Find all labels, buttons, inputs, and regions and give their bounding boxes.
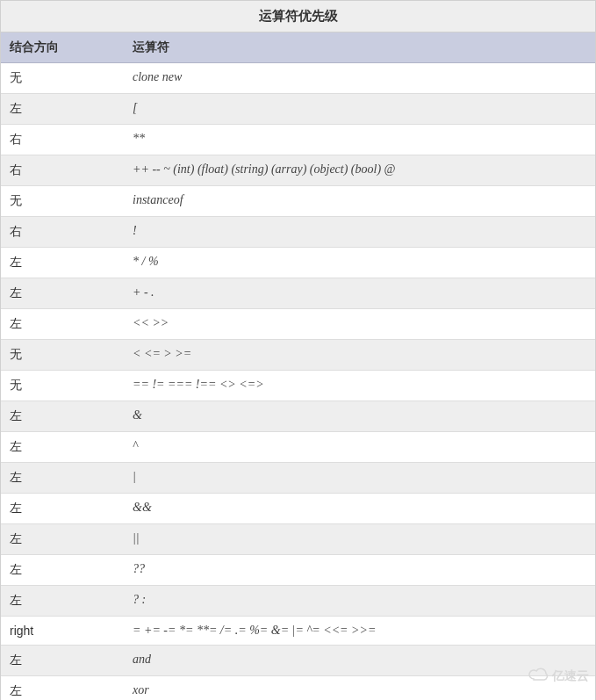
cell-operators: &	[124, 401, 595, 431]
cell-operators: **	[124, 125, 595, 155]
cell-operators: clone new	[124, 63, 595, 93]
operator-precedence-table: 运算符优先级 结合方向 运算符 无clone new左[右**右++ -- ~ …	[0, 0, 596, 700]
header-operators: 运算符	[124, 32, 595, 62]
cell-operators: &&	[124, 494, 595, 523]
cell-associativity: 左	[1, 432, 124, 462]
cell-operators: [	[124, 94, 595, 124]
table-header-row: 结合方向 运算符	[1, 32, 595, 63]
cell-operators: ++ -- ~ (int) (float) (string) (array) (…	[124, 155, 595, 185]
table-row: 左and	[1, 646, 595, 676]
table-row: 左??	[1, 555, 595, 586]
cell-operators: + - .	[124, 278, 595, 308]
cell-associativity: 无	[1, 371, 124, 401]
table-row: 左[	[1, 94, 595, 125]
cell-associativity: 左	[1, 248, 124, 278]
table-row: 右!	[1, 217, 595, 248]
cell-operators: ? :	[124, 586, 595, 616]
table-row: 右++ -- ~ (int) (float) (string) (array) …	[1, 155, 595, 186]
table-row: 左xor	[1, 676, 595, 700]
cell-operators: xor	[124, 676, 595, 700]
table-row: 无instanceof	[1, 186, 595, 217]
table-row: 左* / %	[1, 248, 595, 278]
cell-associativity: 左	[1, 278, 124, 308]
cell-associativity: 左	[1, 401, 124, 431]
table-row: 无== != === !== <> <=>	[1, 371, 595, 401]
table-row: 右**	[1, 125, 595, 155]
table-row: 左? :	[1, 586, 595, 617]
table-row: 左+ - .	[1, 278, 595, 309]
cell-associativity: 左	[1, 586, 124, 616]
cell-associativity: 左	[1, 463, 124, 493]
table-row: 左||	[1, 524, 595, 555]
cell-associativity: 无	[1, 63, 124, 93]
table-row: 无clone new	[1, 63, 595, 94]
cell-associativity: 左	[1, 676, 124, 700]
cell-operators: == != === !== <> <=>	[124, 371, 595, 401]
cell-operators: < <= > >=	[124, 340, 595, 370]
table-title: 运算符优先级	[1, 1, 595, 32]
cell-associativity: 左	[1, 555, 124, 585]
cell-associativity: 左	[1, 646, 124, 675]
cell-operators: and	[124, 646, 595, 675]
cell-associativity: 无	[1, 340, 124, 370]
cell-associativity: right	[1, 617, 124, 645]
table-row: 左<< >>	[1, 309, 595, 340]
table-row: 无< <= > >=	[1, 340, 595, 371]
cell-operators: * / %	[124, 248, 595, 278]
table-row: 左&	[1, 401, 595, 432]
cell-associativity: 右	[1, 125, 124, 155]
cell-associativity: 左	[1, 494, 124, 523]
cell-operators: ||	[124, 524, 595, 554]
table-row: right= += -= *= **= /= .= %= &= |= ^= <<…	[1, 617, 595, 646]
cell-operators: |	[124, 463, 595, 493]
cell-associativity: 右	[1, 155, 124, 185]
table-row: 左|	[1, 463, 595, 494]
header-associativity: 结合方向	[1, 32, 124, 62]
table-row: 左&&	[1, 494, 595, 524]
table-row: 左^	[1, 432, 595, 463]
cell-operators: = += -= *= **= /= .= %= &= |= ^= <<= >>=	[124, 617, 595, 645]
cell-associativity: 无	[1, 186, 124, 216]
cell-operators: instanceof	[124, 186, 595, 216]
table-body: 无clone new左[右**右++ -- ~ (int) (float) (s…	[1, 63, 595, 700]
cell-operators: !	[124, 217, 595, 247]
cell-associativity: 右	[1, 217, 124, 247]
cell-operators: ^	[124, 432, 595, 462]
cell-operators: << >>	[124, 309, 595, 339]
cell-operators: ??	[124, 555, 595, 585]
cell-associativity: 左	[1, 309, 124, 339]
cell-associativity: 左	[1, 94, 124, 124]
cell-associativity: 左	[1, 524, 124, 554]
